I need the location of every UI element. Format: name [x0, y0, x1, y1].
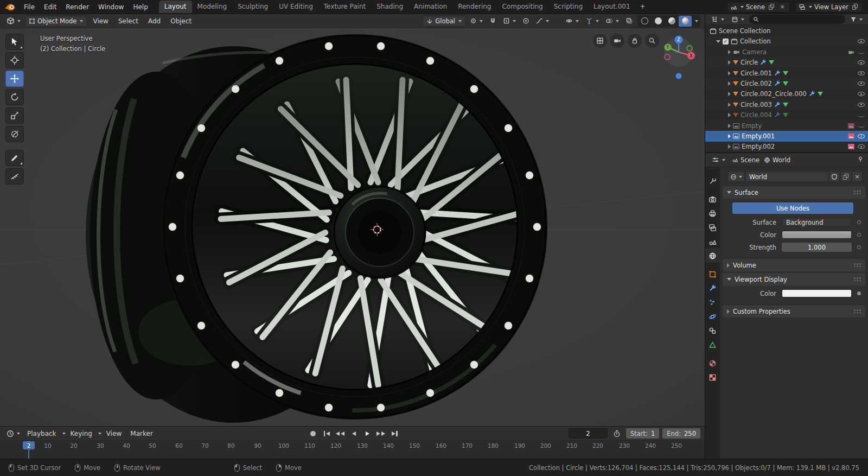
menu-marker[interactable]: Marker	[126, 428, 156, 439]
tab-scene[interactable]	[705, 234, 720, 249]
row-collection[interactable]: ✓ Collection	[705, 36, 868, 47]
tool-annotate[interactable]	[5, 150, 24, 166]
tab-modifiers[interactable]	[705, 281, 720, 295]
mode-dropdown[interactable]: Object Mode	[25, 16, 87, 27]
outliner-display-mode-button[interactable]	[729, 15, 746, 24]
collection-checkbox[interactable]: ✓	[723, 39, 729, 45]
workspace-tab-layout-001[interactable]: Layout.001	[588, 1, 636, 13]
tab-tool[interactable]	[705, 174, 720, 188]
use-nodes-button[interactable]: Use Nodes	[732, 202, 853, 214]
menu-view[interactable]: View	[89, 16, 112, 27]
menu-add[interactable]: Add	[144, 16, 164, 27]
menu-object[interactable]: Object	[167, 16, 195, 27]
disclosure-icon[interactable]	[728, 124, 731, 128]
visibility-eye-closed-icon[interactable]	[858, 50, 865, 54]
tab-render[interactable]	[705, 192, 720, 206]
snap-target-dropdown[interactable]	[501, 16, 518, 26]
new-view-layer-icon[interactable]	[851, 3, 859, 11]
scene-name[interactable]: Scene	[746, 3, 765, 11]
panel-grip[interactable]	[854, 277, 861, 281]
visibility-eye-icon[interactable]	[858, 39, 865, 43]
previous-keyframe-button[interactable]	[334, 428, 346, 439]
panel-grip[interactable]	[854, 309, 861, 313]
object-name[interactable]: Circle.003	[741, 101, 772, 109]
workspace-tab-sculpting[interactable]: Sculpting	[232, 1, 273, 13]
next-keyframe-button[interactable]	[375, 428, 387, 439]
timeline-ruler[interactable]: 10 20 30 40 50 60 70 80 90 100 110 120 1…	[0, 441, 705, 459]
visibility-eye-closed-icon[interactable]	[858, 124, 865, 128]
row-circle-003[interactable]: Circle.003	[705, 99, 868, 110]
disclosure-icon[interactable]	[728, 60, 731, 65]
workspace-tab-animation[interactable]: Animation	[409, 1, 452, 13]
object-name[interactable]: Empty.001	[742, 132, 775, 140]
zoom-view-button[interactable]	[645, 34, 659, 48]
object-name[interactable]: Empty.002	[742, 143, 775, 150]
decorator-dot[interactable]	[857, 245, 861, 249]
visibility-eye-icon[interactable]	[858, 103, 865, 107]
workspace-tab-rendering[interactable]: Rendering	[452, 1, 496, 13]
workspace-tab-layout[interactable]: Layout	[159, 1, 192, 13]
breadcrumb-scene[interactable]: Scene	[732, 156, 760, 164]
tab-constraints[interactable]	[705, 323, 720, 338]
row-empty-001-selected[interactable]: Empty.001	[705, 131, 868, 141]
pin-id-button[interactable]	[857, 156, 864, 164]
custom-properties-panel-header[interactable]: Custom Properties	[723, 305, 865, 318]
tool-measure[interactable]	[5, 168, 24, 185]
gizmos-toggle-dropdown[interactable]	[583, 16, 601, 26]
row-camera[interactable]: Camera	[705, 47, 868, 57]
tab-output[interactable]	[705, 206, 720, 220]
playhead-badge[interactable]: 2	[23, 441, 35, 449]
menu-playback[interactable]: Playback	[23, 428, 60, 439]
pan-view-button[interactable]	[628, 34, 642, 48]
tool-rotate[interactable]	[5, 89, 24, 105]
tool-select-box[interactable]	[5, 34, 24, 50]
viewport-3d[interactable]: User Perspective (2) Collection | Circle	[0, 28, 705, 426]
object-name[interactable]: Circle.004	[741, 111, 772, 119]
decorator-dot[interactable]	[857, 291, 861, 295]
menu-keying[interactable]: Keying	[67, 428, 96, 439]
disclosure-icon[interactable]	[728, 144, 731, 149]
view-layer-selector[interactable]: View Layer	[795, 2, 863, 12]
tool-transform[interactable]	[5, 126, 24, 142]
tab-particles[interactable]	[705, 295, 720, 309]
decorator-dot[interactable]	[857, 233, 861, 237]
viewport-canvas[interactable]	[0, 28, 705, 426]
workspace-tab-modeling[interactable]: Modeling	[192, 1, 233, 13]
collection-name[interactable]: Collection	[740, 37, 771, 45]
workspace-tab-uv-editing[interactable]: UV Editing	[273, 1, 318, 13]
play-button[interactable]	[361, 428, 373, 439]
proportional-editing-button[interactable]	[520, 16, 532, 26]
object-name[interactable]: Camera	[742, 48, 767, 56]
new-scene-icon[interactable]	[767, 3, 776, 11]
fake-user-shield-icon[interactable]	[829, 172, 840, 182]
surface-shader-dropdown[interactable]: Background	[782, 218, 852, 227]
tab-texture[interactable]	[705, 370, 720, 384]
shading-rendered-button[interactable]	[679, 16, 692, 27]
tool-scale[interactable]	[5, 107, 24, 124]
tab-world[interactable]	[705, 249, 720, 263]
object-name[interactable]: Circle	[741, 59, 758, 66]
menu-render[interactable]: Render	[61, 2, 93, 12]
row-empty-002[interactable]: Empty.002	[705, 142, 868, 152]
workspace-tab-scripting[interactable]: Scripting	[548, 1, 588, 13]
outliner-editor-type-button[interactable]	[709, 15, 726, 24]
preview-range-button[interactable]	[611, 429, 623, 439]
frame-start-field[interactable]: Start: 1	[626, 428, 659, 439]
workspace-tab-compositing[interactable]: Compositing	[496, 1, 548, 13]
object-name[interactable]: Empty	[742, 122, 762, 130]
visibility-eye-icon[interactable]	[858, 134, 865, 138]
current-frame-field[interactable]: 2	[569, 428, 608, 439]
outliner-filter-button[interactable]	[848, 15, 865, 24]
view-layer-name[interactable]: View Layer	[814, 3, 848, 11]
auto-keyframe-button[interactable]	[307, 428, 319, 439]
editor-type-button[interactable]	[4, 16, 23, 26]
properties-editor-type-button[interactable]	[710, 155, 727, 164]
object-name[interactable]: Circle.002	[741, 80, 772, 87]
row-circle[interactable]: Circle	[705, 57, 868, 67]
tool-cursor[interactable]	[5, 52, 24, 68]
menu-file[interactable]: File	[20, 2, 39, 12]
camera-view-button[interactable]	[610, 34, 624, 48]
shading-dropdown[interactable]	[692, 16, 700, 27]
visibility-eye-icon[interactable]	[858, 144, 865, 149]
volume-panel-header[interactable]: Volume	[723, 259, 865, 271]
